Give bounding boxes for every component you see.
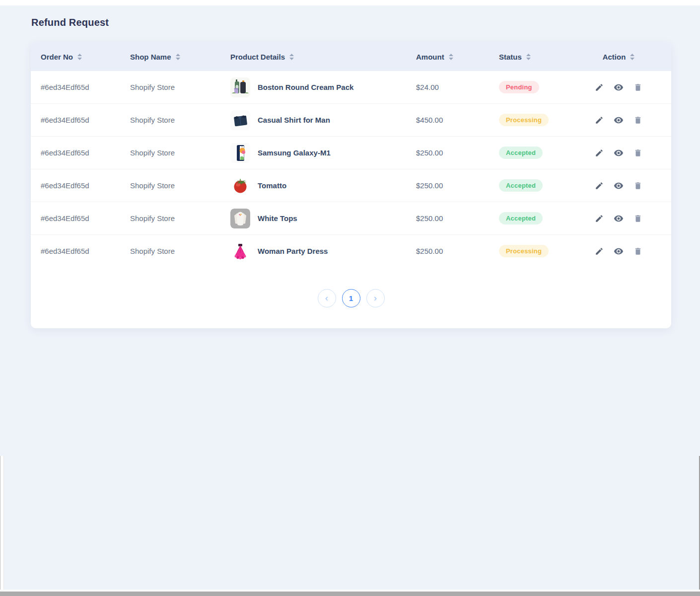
order-no-cell: #6ed34Edf65d	[31, 104, 120, 137]
shop-name-cell: Shopify Store	[120, 137, 219, 169]
column-label: Amount	[416, 53, 444, 61]
amount-cell: $250.00	[405, 137, 496, 169]
edit-button[interactable]	[595, 149, 604, 157]
column-label: Status	[499, 53, 522, 61]
delete-button[interactable]	[633, 116, 642, 125]
product-image-white-tops	[230, 209, 250, 228]
product-cell: Casual Shirt for Man	[230, 110, 405, 130]
pencil-icon	[595, 217, 604, 224]
shop-name-cell: Shopify Store	[120, 169, 219, 202]
product-image-boston-round-cream-pack	[230, 77, 250, 97]
action-cell	[566, 181, 671, 191]
action-cell	[566, 148, 671, 158]
pencil-icon	[595, 86, 604, 93]
delete-button[interactable]	[633, 149, 642, 157]
table-row: #6ed34Edf65d Shopify Store Woman Party D…	[31, 235, 671, 267]
product-cell: Samsung Galaxy-M1	[230, 143, 405, 163]
product-name: Casual Shirt for Man	[258, 116, 330, 124]
view-button[interactable]	[614, 82, 624, 92]
delete-button[interactable]	[633, 181, 642, 190]
edit-button[interactable]	[595, 116, 604, 125]
view-button[interactable]	[614, 115, 624, 125]
sort-arrows-icon	[526, 54, 531, 60]
action-cell	[566, 115, 671, 125]
view-button[interactable]	[614, 181, 624, 191]
amount-cell: $250.00	[405, 169, 496, 202]
column-header-product-details[interactable]: Product Details	[219, 42, 405, 71]
pagination-next-button[interactable]: ›	[366, 289, 385, 307]
refund-request-card: Order No Shop Name Product Details Amoun…	[31, 42, 671, 328]
status-badge: Accepted	[499, 147, 543, 159]
trash-icon	[633, 119, 642, 126]
table-row: #6ed34Edf65d Shopify Store Samsung Galax…	[31, 137, 671, 169]
table-header-row: Order No Shop Name Product Details Amoun…	[31, 42, 671, 71]
edit-button[interactable]	[595, 181, 604, 190]
action-cell	[566, 82, 671, 92]
horizontal-scrollbar[interactable]	[0, 592, 700, 596]
table-row: #6ed34Edf65d Shopify Store Tomatto $250.…	[31, 169, 671, 202]
column-header-status[interactable]: Status	[496, 42, 566, 71]
delete-button[interactable]	[633, 214, 642, 223]
eye-icon	[614, 86, 624, 94]
sort-arrows-icon	[630, 54, 634, 60]
top-strip	[0, 0, 700, 5]
product-name: Tomatto	[258, 181, 286, 190]
edit-button[interactable]	[595, 83, 604, 92]
chevron-left-icon: ‹	[325, 293, 328, 303]
product-cell: Boston Round Cream Pack	[230, 77, 405, 97]
view-button[interactable]	[614, 246, 624, 256]
column-header-shop-name[interactable]: Shop Name	[120, 42, 219, 71]
eye-icon	[614, 250, 624, 258]
column-header-order-no[interactable]: Order No	[31, 42, 120, 71]
column-label: Action	[603, 53, 626, 61]
action-cell	[566, 214, 671, 224]
status-badge: Accepted	[499, 179, 543, 192]
column-label: Order No	[41, 53, 73, 61]
edit-button[interactable]	[595, 214, 604, 223]
table-row: #6ed34Edf65d Shopify Store White Tops $2…	[31, 202, 671, 235]
eye-icon	[614, 185, 624, 192]
chevron-right-icon: ›	[374, 293, 377, 303]
eye-icon	[614, 218, 624, 225]
column-header-amount[interactable]: Amount	[405, 42, 496, 71]
amount-cell: $24.00	[405, 71, 496, 104]
column-header-action[interactable]: Action	[566, 42, 671, 71]
trash-icon	[633, 86, 642, 93]
eye-icon	[614, 119, 624, 127]
order-no-cell: #6ed34Edf65d	[31, 137, 120, 169]
pencil-icon	[595, 184, 604, 192]
view-button[interactable]	[614, 148, 624, 158]
pencil-icon	[595, 119, 604, 126]
sort-arrows-icon	[77, 54, 82, 60]
delete-button[interactable]	[633, 83, 642, 92]
sort-arrows-icon	[449, 54, 453, 60]
amount-cell: $450.00	[405, 104, 496, 137]
product-image-woman-party-dress	[230, 241, 250, 261]
status-badge: Processing	[499, 114, 549, 126]
left-scrollbar-track[interactable]	[0, 456, 4, 596]
shop-name-cell: Shopify Store	[120, 202, 219, 235]
trash-icon	[633, 250, 642, 257]
amount-cell: $250.00	[405, 202, 496, 235]
amount-cell: $250.00	[405, 235, 496, 267]
product-cell: Tomatto	[230, 176, 405, 196]
view-button[interactable]	[614, 214, 624, 224]
status-badge: Accepted	[499, 212, 543, 224]
shop-name-cell: Shopify Store	[120, 71, 219, 104]
edit-button[interactable]	[595, 247, 604, 256]
status-badge: Processing	[499, 245, 549, 257]
refund-table: Order No Shop Name Product Details Amoun…	[31, 42, 671, 267]
shop-name-cell: Shopify Store	[120, 235, 219, 267]
product-name: White Tops	[258, 214, 297, 223]
refund-request-page: Refund Request Order No Shop Name	[0, 0, 700, 596]
pagination-page-1-button[interactable]: 1	[342, 289, 360, 307]
pagination-prev-button[interactable]: ‹	[318, 289, 336, 307]
pencil-icon	[595, 151, 604, 159]
sort-arrows-icon	[289, 54, 294, 60]
product-image-casual-shirt	[230, 110, 250, 130]
delete-button[interactable]	[633, 247, 642, 256]
trash-icon	[633, 217, 642, 224]
eye-icon	[614, 152, 624, 159]
order-no-cell: #6ed34Edf65d	[31, 169, 120, 202]
column-label: Product Details	[230, 53, 285, 61]
